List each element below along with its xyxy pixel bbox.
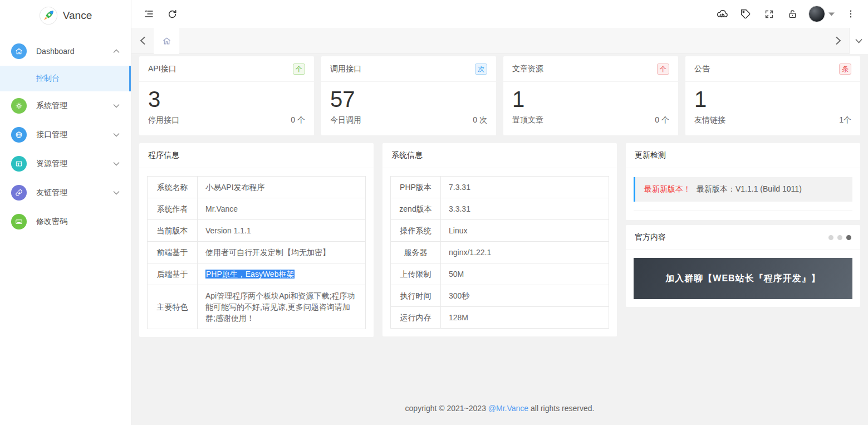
tag-icon[interactable]: [734, 0, 757, 28]
copyright-text: all rights reserved.: [528, 404, 594, 413]
chevron-up-icon: [113, 49, 120, 53]
chevron-down-icon: [113, 162, 120, 166]
home-tab-icon: [162, 36, 171, 46]
fullscreen-icon[interactable]: [757, 0, 781, 28]
table-row: 运行内存128M: [391, 307, 609, 329]
carousel-dot-active[interactable]: [846, 235, 851, 240]
stat-foot-label: 友情链接: [694, 115, 725, 125]
official-content-card: 官方内容 加入群聊【WEB站长『程序开发』】: [626, 225, 860, 307]
table-row: 上传限制50M: [391, 263, 609, 285]
chevron-down-icon: [855, 38, 862, 43]
lock-icon[interactable]: [781, 0, 804, 28]
right-column: 更新检测 最新新版本！ 最新版本：V1.1.1 (Build 1011) 官方内…: [626, 143, 860, 307]
copyright-text: copyright © 2021~2023: [405, 404, 488, 413]
program-info-card: 程序信息 系统名称小易API发布程序 系统作者Mr.Vance 当前版本Vers…: [139, 143, 374, 337]
gear-icon: [11, 98, 27, 114]
table-icon: [11, 156, 27, 172]
carousel-dot[interactable]: [828, 235, 833, 240]
stat-foot-label: 今日调用: [330, 115, 361, 125]
card-title: 更新检测: [626, 143, 860, 168]
chevron-down-icon: [113, 133, 120, 137]
card-title: 官方内容: [635, 232, 666, 242]
stat-foot-label: 停用接口: [148, 115, 179, 125]
unit-badge: 个: [293, 63, 305, 75]
table-row: 当前版本Version 1.1.1: [148, 220, 366, 242]
cloud-code-icon[interactable]: [710, 0, 734, 28]
stat-value: 3: [139, 82, 314, 113]
tabs-scroll-right-button[interactable]: [827, 28, 849, 54]
stat-foot-value: 0 个: [655, 115, 669, 125]
sidebar-item-label: 友链管理: [36, 188, 113, 198]
rocket-icon: [39, 6, 58, 25]
unit-badge: 条: [839, 63, 851, 75]
user-menu[interactable]: [804, 6, 839, 22]
top-header: [131, 0, 868, 28]
more-vertical-icon[interactable]: [839, 0, 862, 28]
selected-text: PHP原生，EasyWeb框架: [205, 270, 295, 279]
table-row: 操作系统Linux: [391, 220, 609, 242]
table-row: 前端基于使用者可自行开发定制【均无加密】: [148, 242, 366, 263]
stat-card-api: API接口 个 3 停用接口 0 个: [139, 56, 314, 135]
sidebar-item-api-management[interactable]: 接口管理: [0, 120, 131, 149]
copyright-footer: copyright © 2021~2023 @Mr.Vance all righ…: [139, 395, 860, 425]
stat-title: 公告: [694, 64, 710, 74]
tabs-menu-button[interactable]: [849, 28, 868, 54]
table-row: PHP版本7.3.31: [391, 177, 609, 198]
keyboard-icon: [11, 214, 27, 229]
app-logo[interactable]: Vance: [0, 0, 131, 31]
collapse-sidebar-icon[interactable]: [137, 0, 160, 28]
tabs-scroll-left-button[interactable]: [131, 28, 154, 54]
sidebar-item-label: Dashboard: [36, 47, 113, 56]
stat-title: 文章资源: [512, 64, 543, 74]
stat-card-announcements: 公告 条 1 友情链接 1个: [685, 56, 860, 135]
update-check-card: 更新检测 最新新版本！ 最新版本：V1.1.1 (Build 1011): [626, 143, 860, 220]
stat-title: API接口: [148, 64, 176, 74]
stat-value: 1: [685, 82, 860, 113]
unit-badge: 个: [657, 63, 669, 75]
sidebar-item-dashboard[interactable]: Dashboard: [0, 37, 131, 66]
app-title: Vance: [63, 9, 92, 22]
sidebar-subitem-console[interactable]: 控制台: [0, 66, 131, 91]
chevron-down-icon: [113, 104, 120, 108]
page-content: API接口 个 3 停用接口 0 个 调用接口 次 57 今日调用 0 次: [131, 54, 868, 425]
carousel-dots: [828, 235, 851, 240]
program-info-table: 系统名称小易API发布程序 系统作者Mr.Vance 当前版本Version 1…: [147, 176, 366, 329]
sidebar-subitem-label: 控制台: [36, 74, 60, 84]
sidebar-item-system-management[interactable]: 系统管理: [0, 91, 131, 120]
sidebar-item-label: 修改密码: [36, 217, 120, 227]
sidebar-item-label: 资源管理: [36, 159, 113, 169]
carousel-dot[interactable]: [837, 235, 842, 240]
system-info-card: 系统信息 PHP版本7.3.31 zend版本3.3.31 操作系统Linux …: [382, 143, 617, 336]
divider: [634, 211, 852, 211]
sidebar: Vance Dashboard 控制台 系统管理: [0, 0, 131, 425]
update-alert: 最新新版本！ 最新版本：V1.1.1 (Build 1011): [634, 177, 852, 202]
sidebar-item-label: 接口管理: [36, 130, 113, 140]
table-row: 执行时间300秒: [391, 285, 609, 307]
tab-bar: [131, 28, 868, 54]
tab-home[interactable]: [154, 28, 179, 54]
sidebar-item-label: 系统管理: [36, 101, 113, 111]
table-row: 服务器nginx/1.22.1: [391, 242, 609, 263]
chevron-down-icon: [113, 190, 120, 195]
sidebar-item-change-password[interactable]: 修改密码: [0, 207, 131, 236]
stat-card-calls: 调用接口 次 57 今日调用 0 次: [321, 56, 496, 135]
sidebar-item-resource-management[interactable]: 资源管理: [0, 149, 131, 178]
stat-value: 1: [503, 82, 678, 113]
stat-value: 57: [321, 82, 496, 113]
promo-banner[interactable]: 加入群聊【WEB站长『程序开发』】: [634, 258, 852, 299]
stat-foot-value: 0 个: [291, 115, 305, 125]
caret-down-icon: [828, 12, 835, 16]
table-row: 系统名称小易API发布程序: [148, 177, 366, 198]
home-icon: [11, 43, 27, 59]
main-area: API接口 个 3 停用接口 0 个 调用接口 次 57 今日调用 0 次: [131, 0, 868, 425]
refresh-icon[interactable]: [160, 0, 184, 28]
alert-highlight: 最新新版本！: [644, 184, 691, 194]
sidebar-item-friend-links[interactable]: 友链管理: [0, 178, 131, 207]
info-cards-row: 程序信息 系统名称小易API发布程序 系统作者Mr.Vance 当前版本Vers…: [139, 143, 860, 337]
stat-foot-value: 0 次: [473, 115, 487, 125]
stat-card-articles: 文章资源 个 1 置顶文章 0 个: [503, 56, 678, 135]
stat-foot-value: 1个: [839, 115, 851, 125]
alert-text: 最新版本：V1.1.1 (Build 1011): [697, 184, 802, 194]
table-row: 后端基于PHP原生，EasyWeb框架: [148, 263, 366, 285]
author-link[interactable]: @Mr.Vance: [488, 404, 528, 413]
